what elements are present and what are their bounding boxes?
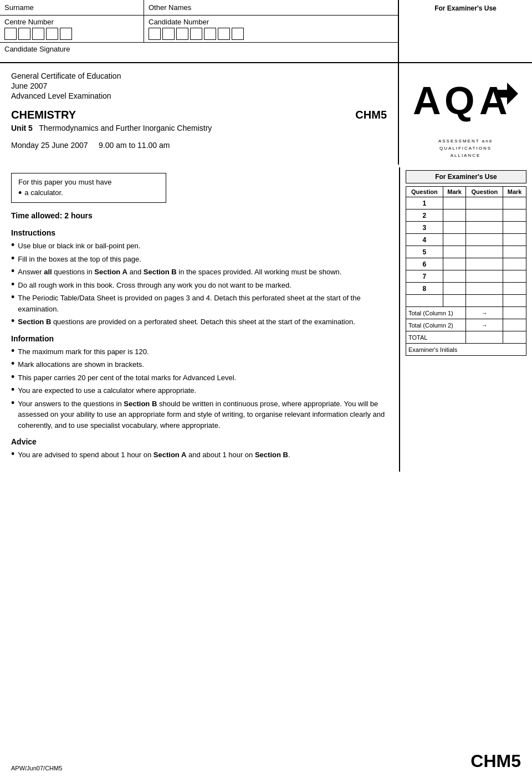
centre-cell-4[interactable]	[46, 28, 58, 40]
q-mark-extra1[interactable]	[443, 295, 466, 307]
q-mark-blank-1[interactable]	[503, 197, 526, 209]
total-col1-value[interactable]	[503, 307, 526, 319]
bullet-icon: •	[11, 385, 14, 395]
bullet-icon: •	[11, 398, 14, 408]
other-names-box: Other Names	[144, 0, 398, 15]
q-num-blank-extra1	[406, 295, 443, 307]
aqa-line3: ALLIANCE	[438, 152, 493, 160]
candidate-signature-label: Candidate Signature	[4, 45, 70, 53]
q-mark-extra2[interactable]	[503, 295, 526, 307]
total-label: TOTAL	[406, 331, 466, 344]
q-num-blank-6	[466, 258, 503, 270]
header-right-examiner: For Examiner's Use	[399, 0, 532, 62]
q-num-2: 2	[406, 209, 443, 222]
q-mark-blank-5[interactable]	[503, 246, 526, 258]
instruction-5: The Periodic Table/Data Sheet is provide…	[18, 293, 388, 314]
svg-text:Q: Q	[444, 79, 474, 122]
instruction-2: Fill in the boxes at the top of this pag…	[18, 254, 141, 265]
candidate-number-cells	[149, 28, 393, 40]
centre-cell-1[interactable]	[4, 28, 17, 40]
q-num-8: 8	[406, 283, 443, 295]
aqa-tagline: ASSESSMENT and QUALIFICATIONS ALLIANCE	[438, 138, 493, 159]
examiner-use-header: For Examiner's Use	[406, 170, 526, 183]
list-item: •Fill in the boxes at the top of this pa…	[11, 254, 388, 265]
information-heading: Information	[11, 334, 388, 343]
q-mark-8[interactable]	[443, 283, 466, 295]
total-col2-label: Total (Column 2)	[406, 319, 466, 331]
bullet-icon: •	[11, 449, 14, 459]
q-mark-7[interactable]	[443, 270, 466, 283]
total-col1-arrow: →	[466, 307, 503, 319]
candidate-cell-2[interactable]	[162, 28, 175, 40]
footer-code: APW/Jun07/CHM5	[11, 765, 62, 771]
q-mark-4[interactable]	[443, 234, 466, 246]
q-mark-3[interactable]	[443, 222, 466, 234]
table-row: 7	[406, 270, 526, 283]
header-left: Surname Other Names Centre Number Candid…	[0, 0, 399, 62]
candidate-cell-1[interactable]	[149, 28, 161, 40]
centre-cell-3[interactable]	[32, 28, 44, 40]
q-mark-5[interactable]	[443, 246, 466, 258]
list-item: •Answer all questions in Section A and S…	[11, 267, 388, 278]
exam-date: Monday 25 June 2007	[11, 141, 88, 150]
subject-row: CHEMISTRY CHM5	[11, 109, 387, 121]
total-value[interactable]	[503, 331, 526, 344]
q-num-blank-4	[466, 234, 503, 246]
centre-cell-5[interactable]	[60, 28, 72, 40]
q-mark-blank-6[interactable]	[503, 258, 526, 270]
table-row	[406, 295, 526, 307]
subject-name: CHEMISTRY	[11, 109, 76, 121]
q-mark-1[interactable]	[443, 197, 466, 209]
total-col2-value[interactable]	[503, 319, 526, 331]
instruction-1: Use blue or black ink or ball-point pen.	[18, 241, 140, 252]
candidate-cell-6[interactable]	[218, 28, 230, 40]
unit-desc: Thermodynamics and Further Inorganic Che…	[39, 124, 212, 132]
bullet-icon: •	[11, 346, 14, 356]
candidate-cell-7[interactable]	[232, 28, 244, 40]
q-num-blank-5	[466, 246, 503, 258]
q-num-blank-1	[466, 197, 503, 209]
q-mark-6[interactable]	[443, 258, 466, 270]
q-mark-blank-8[interactable]	[503, 283, 526, 295]
q-mark-blank-2[interactable]	[503, 209, 526, 222]
list-item: •Do all rough work in this book. Cross t…	[11, 280, 388, 291]
total-row-2: Total (Column 2) →	[406, 319, 526, 331]
footer-subject-code: CHM5	[470, 751, 521, 771]
surname-label: Surname	[4, 3, 34, 12]
q-mark-blank-4[interactable]	[503, 234, 526, 246]
q-mark-blank-7[interactable]	[503, 270, 526, 283]
examiner-initials-label: Examiner's Initials	[406, 344, 526, 356]
info-3: This paper carries 20 per cent of the to…	[18, 372, 236, 384]
bullet-icon: •	[11, 253, 14, 263]
signature-box: Candidate Signature	[0, 43, 398, 62]
list-item: •You are expected to use a calculator wh…	[11, 385, 388, 396]
candidate-cell-5[interactable]	[204, 28, 216, 40]
name-row: Surname Other Names	[0, 0, 398, 16]
q-num-7: 7	[406, 270, 443, 283]
q-num-blank-2	[466, 209, 503, 222]
candidate-cell-4[interactable]	[190, 28, 202, 40]
q-num-5: 5	[406, 246, 443, 258]
bullet-icon: •	[11, 240, 14, 250]
q-num-blank-8	[466, 283, 503, 295]
cert-info: General Certificate of Education June 20…	[0, 63, 399, 165]
q-mark-2[interactable]	[443, 209, 466, 222]
col-mark2: Mark	[503, 187, 526, 197]
candidate-number-label: Candidate Number	[149, 18, 209, 26]
q-num-1: 1	[406, 197, 443, 209]
candidate-cell-3[interactable]	[176, 28, 188, 40]
q-num-blank-extra2	[466, 295, 503, 307]
centre-number-cells	[4, 28, 139, 40]
centre-cell-2[interactable]	[18, 28, 30, 40]
advice-list: •You are advised to spend about 1 hour o…	[11, 449, 388, 461]
list-item: •The maximum mark for this paper is 120.	[11, 346, 388, 357]
bullet-icon: •	[11, 292, 14, 302]
col-question1: Question	[406, 187, 443, 197]
q-mark-blank-3[interactable]	[503, 222, 526, 234]
other-names-label: Other Names	[149, 3, 191, 12]
bullet-icon: •	[11, 316, 14, 326]
info-4: You are expected to use a calculator whe…	[18, 385, 196, 396]
q-num-3: 3	[406, 222, 443, 234]
table-row: 8	[406, 283, 526, 295]
header-section: Surname Other Names Centre Number Candid…	[0, 0, 532, 63]
